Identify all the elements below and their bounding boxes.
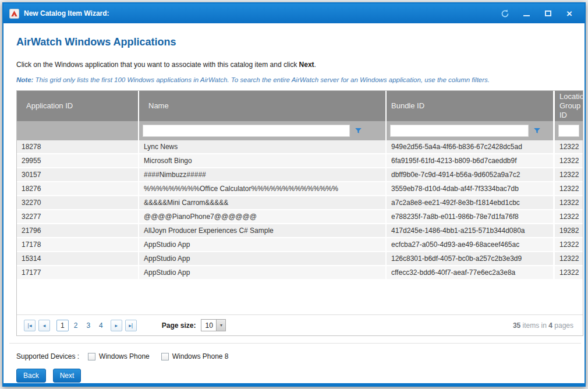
cell-bundle-id: 949e2d56-5a4a-4f66-b836-67c2428dc5ad (387, 140, 555, 153)
checkbox-icon[interactable] (161, 353, 169, 360)
summary-suffix: pages (552, 321, 573, 330)
filter-cell-bundle-id (387, 121, 555, 140)
instruction-bold: Next (299, 61, 314, 69)
cell-location-group-id: 19282 (555, 224, 583, 237)
device-checkboxes: Windows PhoneWindows Phone 8 (88, 352, 240, 360)
grid-body: 18278Lync News949e2d56-5a4a-4f66-b836-67… (17, 140, 583, 314)
cell-name: Lync News (139, 140, 387, 153)
cell-name: ####Nimbuzz##### (139, 168, 387, 181)
cell-app-id: 30157 (17, 168, 139, 181)
refresh-icon[interactable] (500, 9, 509, 18)
pages-count: 4 (548, 321, 552, 330)
summary-mid: items in (520, 321, 548, 330)
table-row[interactable]: 30157####Nimbuzz#####dbff9b0e-7c9d-4914-… (17, 168, 583, 182)
close-icon[interactable]: × (565, 9, 574, 18)
location-group-id-filter-input[interactable] (558, 125, 579, 137)
table-row[interactable]: 18278Lync News949e2d56-5a4a-4f66-b836-67… (17, 140, 583, 154)
table-row[interactable]: 17177AppStudio Appcffecc32-bdd6-40f7-aea… (17, 266, 583, 280)
filter-cell-name (139, 121, 387, 140)
cell-name: AllJoyn Producer Experiences C# Sample (139, 224, 387, 237)
filter-cell-application-id (17, 121, 139, 140)
cell-app-id: 32277 (17, 210, 139, 223)
last-page-button[interactable]: ▸| (125, 320, 137, 331)
device-checkbox-windows-phone[interactable]: Windows Phone (88, 352, 150, 360)
next-page-button[interactable]: ▸ (111, 320, 122, 331)
page-button-1[interactable]: 1 (56, 320, 69, 331)
chevron-down-icon: ▾ (216, 320, 225, 331)
table-row[interactable]: 17178AppStudio Appecfcba27-a050-4d93-ae4… (17, 238, 583, 252)
cell-name: AppStudio App (139, 238, 387, 251)
cell-bundle-id: 6fa9195f-61fd-4213-b809-b6d7caeddb9f (387, 154, 555, 167)
pager: |◂ ◂ 1234 ▸ ▸| Page size: 10 ▾ 35 items … (17, 314, 583, 335)
device-label: Windows Phone (99, 352, 150, 360)
cell-name: %%%%%%%%%Office Calculator%%%%%%%%%%%%%% (139, 182, 387, 195)
cell-bundle-id: dbff9b0e-7c9d-4914-b56a-9d6052a9a7c2 (387, 168, 555, 181)
items-count: 35 (513, 321, 520, 330)
window-controls: × (500, 9, 574, 18)
cell-location-group-id: 12322 (555, 210, 583, 223)
divider (9, 343, 581, 344)
airwatch-logo-icon (9, 9, 19, 19)
checkbox-icon[interactable] (88, 353, 95, 360)
cell-location-group-id: 12322 (555, 196, 583, 209)
page-button-2[interactable]: 2 (70, 320, 82, 331)
wizard-window: New Catalog Item Wizard: × AirWatch Wind… (2, 2, 586, 387)
instruction-main: Click on the Windows application that yo… (16, 61, 299, 69)
note-text: Note: This grid only lists the first 100… (16, 76, 583, 83)
titlebar[interactable]: New Catalog Item Wizard: × (3, 3, 585, 23)
filter-funnel-icon[interactable] (530, 125, 543, 137)
window-title: New Catalog Item Wizard: (24, 9, 109, 17)
note-body: This grid only lists the first 100 Windo… (33, 76, 490, 83)
cell-bundle-id: ecfcba27-a050-4d93-ae49-68aceef465ac (387, 238, 555, 251)
prev-page-button[interactable]: ◂ (38, 320, 50, 331)
cell-bundle-id: e788235f-7a8b-e011-986b-78e7d1fa76f8 (387, 210, 555, 223)
table-row[interactable]: 18276%%%%%%%%%Office Calculator%%%%%%%%%… (17, 182, 583, 196)
page-size-control: Page size: 10 ▾ (162, 319, 226, 331)
page-button-3[interactable]: 3 (83, 320, 94, 331)
table-row[interactable]: 15314AppStudio App126c8301-b6df-4057-bc0… (17, 252, 583, 266)
page-size-value: 10 (201, 320, 216, 331)
cell-name: AppStudio App (139, 252, 387, 265)
cell-name: Microsoft Bingo (139, 154, 387, 167)
back-button[interactable]: Back (16, 369, 46, 383)
cell-app-id: 18276 (17, 182, 139, 195)
supported-devices-label: Supported Devices : (16, 352, 79, 360)
wizard-buttons: Back Next (16, 369, 583, 383)
note-label: Note: (16, 76, 33, 83)
device-checkbox-windows-phone-8[interactable]: Windows Phone 8 (161, 352, 229, 360)
table-row[interactable]: 32277@@@@PianoPhone7@@@@@@e788235f-7a8b-… (17, 210, 583, 224)
instruction-text: Click on the Windows application that yo… (16, 61, 583, 69)
grid-header: Application ID Name Bundle ID Location G… (17, 91, 583, 121)
table-row[interactable]: 32270&&&&&Mini Carrom&&&&&a7c2a8e8-ee21-… (17, 196, 583, 210)
cell-location-group-id: 12322 (555, 140, 583, 153)
minimize-icon[interactable] (522, 9, 531, 18)
supported-devices-row: Supported Devices : Windows PhoneWindows… (16, 352, 583, 360)
cell-app-id: 15314 (17, 252, 139, 265)
maximize-icon[interactable] (543, 9, 552, 18)
cell-app-id: 21796 (17, 224, 139, 237)
first-page-button[interactable]: |◂ (24, 320, 36, 331)
filter-funnel-icon[interactable] (352, 125, 364, 137)
instruction-suffix: . (314, 61, 316, 69)
cell-app-id: 17178 (17, 238, 139, 251)
cell-bundle-id: 126c8301-b6df-4057-bc0b-a257c2b3e3d9 (387, 252, 555, 265)
table-row[interactable]: 29955Microsoft Bingo6fa9195f-61fd-4213-b… (17, 154, 583, 168)
column-header-location-group-id[interactable]: Location Group ID (555, 91, 583, 121)
page-size-dropdown[interactable]: 10 ▾ (201, 319, 226, 331)
filter-row (17, 121, 583, 140)
cell-location-group-id: 12322 (555, 238, 583, 251)
cell-app-id: 17177 (17, 266, 139, 279)
column-header-name[interactable]: Name (139, 91, 387, 121)
page-button-4[interactable]: 4 (95, 320, 107, 331)
cell-location-group-id: 12322 (555, 154, 583, 167)
name-filter-input[interactable] (143, 125, 350, 137)
cell-name: AppStudio App (139, 266, 387, 279)
table-row[interactable]: 21796AllJoyn Producer Experiences C# Sam… (17, 224, 583, 238)
applications-grid: Application ID Name Bundle ID Location G… (16, 90, 583, 336)
next-button[interactable]: Next (53, 369, 82, 383)
column-header-application-id[interactable]: Application ID (17, 91, 139, 121)
cell-location-group-id: 12322 (555, 182, 583, 195)
column-header-bundle-id[interactable]: Bundle ID (387, 91, 555, 121)
cell-app-id: 18278 (17, 140, 139, 153)
bundle-id-filter-input[interactable] (390, 125, 529, 137)
